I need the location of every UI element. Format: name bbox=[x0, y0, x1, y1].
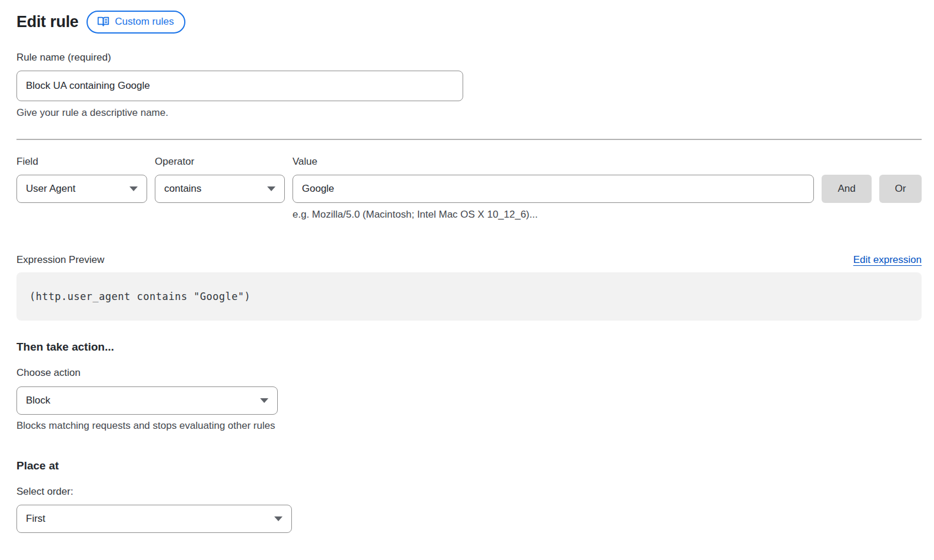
value-label: Value bbox=[293, 155, 814, 168]
book-icon bbox=[97, 16, 109, 27]
order-select-value: First bbox=[26, 513, 45, 525]
action-helper: Blocks matching requests and stops evalu… bbox=[16, 419, 922, 432]
field-column: Field User Agent bbox=[16, 155, 147, 203]
expression-preview-row: Expression Preview Edit expression bbox=[16, 254, 922, 266]
field-select[interactable]: User Agent bbox=[16, 175, 147, 203]
chevron-down-icon bbox=[260, 398, 268, 403]
chevron-down-icon bbox=[267, 186, 275, 191]
place-at-heading: Place at bbox=[16, 459, 922, 472]
chevron-down-icon bbox=[129, 186, 138, 191]
field-select-value: User Agent bbox=[26, 183, 75, 195]
expression-preview-label: Expression Preview bbox=[16, 254, 104, 266]
rule-name-label: Rule name (required) bbox=[16, 51, 922, 64]
page-title: Edit rule bbox=[16, 13, 78, 31]
operator-label: Operator bbox=[155, 155, 285, 168]
select-order-label: Select order: bbox=[16, 485, 922, 498]
operator-select-value: contains bbox=[164, 183, 201, 195]
expression-code-box: (http.user_agent contains "Google") bbox=[16, 272, 922, 321]
expression-code: (http.user_agent contains "Google") bbox=[29, 291, 251, 302]
action-select-value: Block bbox=[26, 395, 51, 406]
rule-name-section: Rule name (required) Give your rule a de… bbox=[16, 51, 922, 119]
value-helper: e.g. Mozilla/5.0 (Macintosh; Intel Mac O… bbox=[293, 208, 814, 221]
condition-row: Field User Agent Operator contains Value… bbox=[16, 155, 922, 221]
action-heading: Then take action... bbox=[16, 341, 922, 354]
operator-column: Operator contains bbox=[155, 155, 285, 203]
edit-expression-link[interactable]: Edit expression bbox=[853, 254, 922, 266]
and-button[interactable]: And bbox=[822, 175, 872, 203]
choose-action-label: Choose action bbox=[16, 366, 922, 379]
rule-name-helper: Give your rule a descriptive name. bbox=[16, 106, 922, 119]
action-select[interactable]: Block bbox=[16, 386, 278, 415]
custom-rules-button[interactable]: Custom rules bbox=[87, 11, 185, 34]
value-input[interactable] bbox=[293, 175, 814, 203]
custom-rules-label: Custom rules bbox=[115, 15, 174, 29]
order-select[interactable]: First bbox=[16, 505, 292, 533]
section-divider bbox=[16, 139, 922, 140]
or-button[interactable]: Or bbox=[879, 175, 922, 203]
chevron-down-icon bbox=[274, 516, 282, 521]
operator-select[interactable]: contains bbox=[155, 175, 285, 203]
page-header: Edit rule Custom rules bbox=[16, 11, 922, 34]
value-column: Value e.g. Mozilla/5.0 (Macintosh; Intel… bbox=[293, 155, 814, 221]
rule-name-input[interactable] bbox=[16, 71, 463, 101]
field-label: Field bbox=[16, 155, 147, 168]
